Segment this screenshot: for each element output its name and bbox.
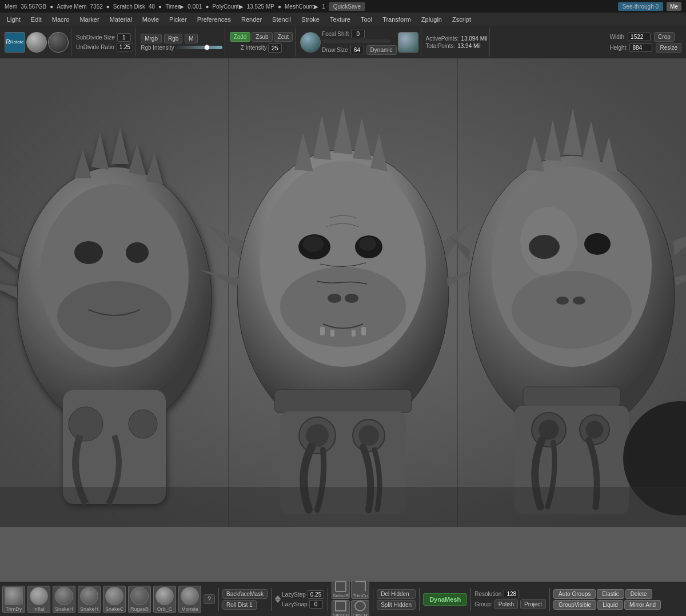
rgb-intensity-label: Rgb Intensity (141, 45, 174, 51)
brush-orbc[interactable]: Orb_C (153, 586, 176, 613)
timer-label: Timer▶ (165, 3, 184, 10)
svg-point-67 (585, 421, 604, 439)
menu-item-stroke[interactable]: Stroke (297, 15, 324, 24)
sep6 (470, 588, 471, 611)
brush-snakeh1[interactable]: SnakeH (53, 586, 75, 613)
zadd-button[interactable]: Zadd (230, 32, 251, 42)
svg-rect-70 (0, 487, 686, 527)
project-button[interactable]: Project (520, 599, 546, 609)
menu-item-texture[interactable]: Texture (325, 15, 355, 24)
autogroup-section: Auto Groups Elastic Delete GroupVisible … (553, 589, 661, 610)
height-value[interactable]: 884 (629, 43, 652, 52)
me-button[interactable]: Me (667, 2, 681, 11)
toolbar: RRotate SubDivide Size 1 UnDivide Ratio … (0, 26, 686, 58)
menu-item-macro[interactable]: Macro (47, 15, 74, 24)
rgb-button[interactable]: Rgb (164, 34, 182, 43)
backface-mask-button[interactable]: BackfaceMask (222, 589, 268, 599)
rgb-intensity-slider[interactable] (177, 46, 222, 49)
backface-section: BackfaceMask Roll Dist 1 (222, 589, 268, 610)
rotate-button[interactable]: RRotate (5, 32, 25, 53)
brush-monste[interactable]: Monste (178, 586, 201, 613)
brush-rugasb[interactable]: RugasB (128, 586, 151, 613)
svg-point-18 (97, 284, 131, 313)
focal-shift-value[interactable]: 0 (351, 30, 365, 38)
lazy-step-value[interactable]: 0.25 (308, 590, 324, 599)
brush-inflat[interactable]: Inflat (27, 586, 50, 613)
dynamic-button[interactable]: Dynamic (366, 45, 397, 55)
menu-item-marker[interactable]: Marker (75, 15, 103, 24)
m-button[interactable]: M (185, 34, 197, 43)
total-points-value: 13.94 Mil (457, 43, 481, 49)
polish-button[interactable]: Polish (494, 599, 518, 609)
dynamesh-button[interactable]: DynaMesh (423, 593, 467, 606)
delete-button[interactable]: Delete (625, 589, 652, 599)
resize-button[interactable]: Resize (656, 43, 681, 53)
3d-viewport[interactable] (0, 58, 686, 527)
focal-shift-slider[interactable] (322, 39, 390, 43)
subdivide-value[interactable]: 1 (117, 33, 131, 42)
select-r-button[interactable]: SelectR (332, 581, 350, 599)
brush-selector-button[interactable] (300, 32, 321, 53)
clip-cur-button[interactable]: ClipCur (351, 600, 369, 617)
roll-dist-button[interactable]: Roll Dist 1 (222, 600, 257, 610)
menu-item-stencil[interactable]: Stencil (268, 15, 296, 24)
resolution-value[interactable]: 128 (504, 590, 519, 598)
brush-snakec[interactable]: SnakeC (103, 586, 126, 613)
svg-rect-62 (523, 387, 620, 407)
resolution-group: Resolution 128 Group: Polish Project (474, 590, 546, 609)
menu-item-material[interactable]: Material (105, 15, 137, 24)
brush-snakeh2[interactable]: SnakeH (78, 586, 101, 613)
menu-item-render[interactable]: Render (237, 15, 266, 24)
lazy-step-down[interactable] (275, 599, 281, 603)
menu-item-edit[interactable]: Edit (26, 15, 46, 24)
elastic-button[interactable]: Elastic (597, 589, 624, 599)
menu-item-preferences[interactable]: Preferences (193, 15, 236, 24)
undivide-value[interactable]: 1.25 (117, 43, 133, 51)
draw-size-value[interactable]: 64 (350, 46, 364, 54)
lazy-snap-value[interactable]: 0 (309, 600, 323, 609)
menu-item-picker[interactable]: Picker (165, 15, 192, 24)
menu-item-tool[interactable]: Tool (356, 15, 377, 24)
question-button[interactable]: ? (204, 594, 215, 604)
separator4: ● (205, 3, 209, 10)
timer-value: 0.001 (188, 3, 202, 10)
active-mem-label: Active Mem (57, 3, 86, 10)
dynamic-icon-button[interactable] (398, 32, 418, 53)
menu-item-zscript[interactable]: Zscript (448, 15, 476, 24)
trim-cu-button[interactable]: TrimCu (351, 581, 369, 599)
split-hidden-button[interactable]: Split Hidden (377, 600, 416, 610)
total-points-label: TotalPoints: (426, 43, 456, 49)
width-label: Width (610, 34, 625, 40)
menu-item-transform[interactable]: Transform (378, 15, 416, 24)
width-value[interactable]: 1522 (628, 33, 651, 41)
hidden-section: Del Hidden Split Hidden (377, 589, 416, 610)
material-sphere-button[interactable] (26, 32, 47, 53)
lazy-step-up[interactable] (275, 595, 281, 599)
auto-groups-button[interactable]: Auto Groups (553, 589, 596, 599)
group-visible-button[interactable]: GroupVisible (553, 600, 596, 610)
mrgb-button[interactable]: Mrgb (141, 34, 162, 43)
menu-item-light[interactable]: Light (2, 15, 25, 24)
slice-cu-button[interactable]: SliceCu (332, 600, 350, 617)
zsub-button[interactable]: Zsub (252, 32, 272, 42)
sep5 (419, 588, 420, 611)
focal-shift-label: Focal Shift (322, 31, 349, 37)
liquid-button[interactable]: Liquid (597, 600, 623, 610)
brush-trimdY[interactable]: TrimDy (2, 586, 25, 613)
quicksave-button[interactable]: QuickSave (329, 2, 365, 11)
resolution-label: Resolution (474, 591, 501, 597)
mirror-and-button[interactable]: Mirror And (624, 600, 661, 610)
svg-point-60 (556, 297, 569, 305)
z-intensity-value[interactable]: 25 (268, 43, 282, 53)
crop-button[interactable]: Crop (654, 32, 675, 42)
menu-item-movie[interactable]: Movie (138, 15, 163, 24)
material-dark-button[interactable] (48, 32, 69, 53)
del-hidden-button[interactable]: Del Hidden (377, 589, 416, 599)
zcut-button[interactable]: Zcut (274, 32, 293, 42)
see-through-button[interactable]: See-through 0 (618, 2, 663, 11)
menu-item-zplugin[interactable]: Zplugin (417, 15, 446, 24)
svg-point-46 (358, 425, 379, 446)
poly-value: 13.525 MP (247, 3, 274, 10)
viewport[interactable] (0, 58, 686, 527)
svg-rect-38 (330, 330, 334, 337)
